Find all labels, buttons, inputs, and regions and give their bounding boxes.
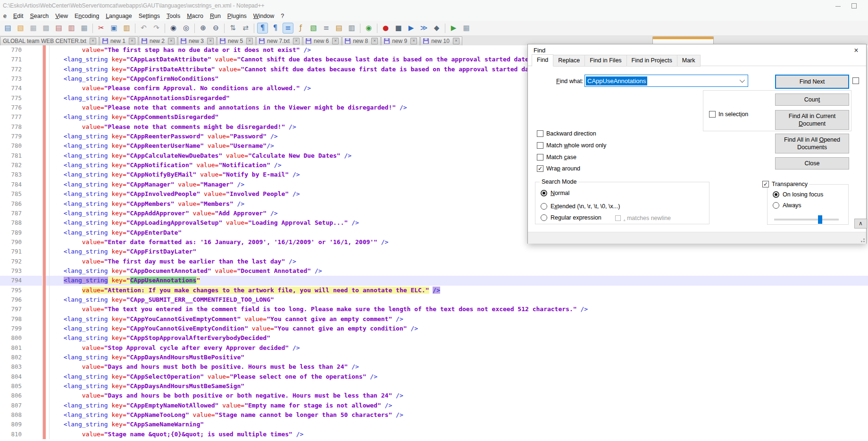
search-mode-radio-normal[interactable]: Normal	[541, 190, 569, 196]
editor-line-810[interactable]: 810 value="Stage name &quot;{0}&quot; is…	[0, 430, 868, 439]
search-mode-radio-extended[interactable]: Extended (\n, \r, \t, \0, \x...)	[541, 203, 620, 210]
find-all-opened-documents-button[interactable]: Find All in All OpenedDocuments	[775, 134, 849, 153]
menu-item-macro[interactable]: Macro	[184, 12, 207, 20]
close-all-documents-icon[interactable]: ▥	[66, 23, 77, 34]
fold-margin[interactable]	[46, 209, 56, 218]
playback-macro-icon[interactable]: ▶	[406, 23, 417, 34]
transparency-radio-always[interactable]: Always	[773, 202, 801, 209]
bookmark-margin[interactable]	[24, 103, 43, 112]
sync-horizontal-scroll-icon[interactable]: ⇄	[240, 23, 251, 34]
bookmark-margin[interactable]	[24, 295, 43, 305]
code-text[interactable]: value="The text you entered in the comme…	[56, 305, 868, 314]
transparency-radio-on-losing-focus[interactable]: On losing focus	[773, 191, 823, 198]
bookmark-margin[interactable]	[24, 209, 43, 218]
tab-close-icon[interactable]: ×	[293, 38, 300, 44]
copy-icon[interactable]: ▣	[108, 23, 119, 34]
tab-new-3[interactable]: new 3×	[178, 36, 217, 45]
editor-line-801[interactable]: 801 value="Stop Approval cycle after eve…	[0, 343, 868, 353]
code-text[interactable]: <lang_string key="CAppFirstDayLater"	[56, 247, 868, 256]
cut-icon[interactable]: ✂	[96, 23, 107, 34]
code-text[interactable]: value="Stop Approval cycle after every A…	[56, 343, 868, 353]
code-text[interactable]: <lang_string key="CAppNameTooLong" value…	[56, 410, 868, 420]
editor-line-799[interactable]: 799 <lang_string key="CAppYouCannotGiveE…	[0, 324, 868, 333]
tab-close-icon[interactable]: ×	[453, 38, 459, 44]
fold-margin[interactable]	[46, 199, 56, 209]
fold-margin[interactable]	[46, 122, 56, 132]
tab-close-icon[interactable]: ×	[90, 38, 96, 44]
code-text[interactable]: <lang_string key="CApp_SUBMIT_ERR__COMME…	[56, 295, 868, 305]
bookmark-margin[interactable]	[24, 430, 43, 439]
bookmark-margin[interactable]	[24, 353, 43, 362]
tab-new-8[interactable]: new 8×	[342, 36, 381, 45]
option-checkbox-match-case[interactable]: Match case	[537, 154, 576, 161]
dialog-tab-mark[interactable]: Mark	[677, 55, 701, 67]
menu-item-[interactable]: ?	[277, 12, 287, 20]
fold-margin[interactable]	[46, 74, 56, 84]
editor-line-804[interactable]: 804 <lang_string key="CAppSelectOperatio…	[0, 372, 868, 382]
fold-margin[interactable]	[46, 228, 56, 237]
fold-margin[interactable]	[46, 247, 56, 256]
fold-margin[interactable]	[46, 372, 56, 382]
fold-margin[interactable]	[46, 257, 56, 266]
function-list-icon[interactable]: ƒ	[295, 23, 306, 34]
tab-close-icon[interactable]: ×	[246, 38, 253, 44]
new-file-icon[interactable]: ▤	[2, 23, 13, 34]
fold-margin[interactable]	[46, 93, 56, 103]
transparency-slider[interactable]	[774, 215, 839, 224]
editor-line-791[interactable]: 791 <lang_string key="CAppFirstDayLater"	[0, 247, 868, 256]
dialog-tab-find-in-files[interactable]: Find in Files	[585, 55, 626, 67]
editor-line-798[interactable]: 798 <lang_string key="CAppYouCannotGiveE…	[0, 314, 868, 324]
fold-margin[interactable]	[46, 305, 56, 314]
editor-line-807[interactable]: 807 <lang_string key="CAppEmptyNameNotAl…	[0, 401, 868, 410]
bookmark-margin[interactable]	[24, 74, 43, 84]
tab-close-icon[interactable]: ×	[410, 38, 417, 44]
bookmark-margin[interactable]	[24, 391, 43, 400]
fold-margin[interactable]	[46, 151, 56, 161]
bookmark-margin[interactable]	[24, 228, 43, 237]
code-text[interactable]: <lang_string key="CAppDaysAndHoursMustBe…	[56, 382, 868, 391]
replace-icon[interactable]: ◎	[181, 23, 192, 34]
fold-margin[interactable]	[46, 84, 56, 93]
bookmark-margin[interactable]	[24, 180, 43, 189]
fold-margin[interactable]	[46, 295, 56, 305]
minimize-button[interactable]	[831, 0, 845, 11]
close-icon[interactable]: ×	[851, 46, 862, 55]
bookmark-margin[interactable]	[24, 151, 43, 161]
search-mode-radio-regular[interactable]: Regular expression	[541, 214, 601, 221]
option-checkbox-backward-direction[interactable]: Backward direction	[537, 130, 596, 137]
tab-new-6[interactable]: new 6×	[303, 36, 342, 45]
menu-item-encoding[interactable]: Encoding	[71, 12, 102, 20]
code-text[interactable]: value="Days and hours must both be posit…	[56, 362, 868, 372]
zoom-in-icon[interactable]: ⊕	[198, 23, 209, 34]
tab-close-icon[interactable]: ×	[371, 38, 378, 44]
fold-margin[interactable]	[46, 324, 56, 333]
print-icon[interactable]: ▦	[79, 23, 90, 34]
code-text[interactable]: <lang_string key="CAppYouCannotGiveEmpty…	[56, 314, 868, 324]
monitoring-icon[interactable]: ◉	[363, 23, 374, 34]
in-selection-checkbox[interactable]: In selection	[709, 111, 748, 118]
code-text[interactable]: <lang_string key="CAppSameNameWarning"	[56, 420, 868, 429]
option-checkbox-match-whole-word-only[interactable]: Match whole word only	[537, 142, 606, 149]
find-all-current-document-button[interactable]: Find All in CurrentDocument	[775, 110, 849, 130]
bookmark-margin[interactable]	[24, 410, 43, 420]
tab-close-icon[interactable]: ×	[207, 38, 214, 44]
fold-margin[interactable]	[46, 45, 56, 55]
fold-margin[interactable]	[46, 343, 56, 353]
fold-margin[interactable]	[46, 112, 56, 122]
bookmark-margin[interactable]	[24, 112, 43, 122]
bookmark-margin[interactable]	[24, 189, 43, 199]
sync-vertical-scroll-icon[interactable]: ⇅	[227, 23, 238, 34]
code-text[interactable]: <lang_string key="CAppStopApprovalAfterE…	[56, 333, 868, 343]
swap-buttons-checkbox[interactable]	[852, 77, 862, 84]
tab-new-10[interactable]: new 10×	[420, 36, 462, 45]
bookmark-margin[interactable]	[24, 401, 43, 410]
slider-thumb[interactable]	[818, 215, 822, 224]
bookmark-margin[interactable]	[24, 362, 43, 372]
fold-margin[interactable]	[46, 382, 56, 391]
bookmark-margin[interactable]	[24, 199, 43, 209]
bookmark-margin[interactable]	[24, 266, 43, 276]
close-document-icon[interactable]: ▤	[53, 23, 64, 34]
fold-margin[interactable]	[46, 161, 56, 170]
bookmark-margin[interactable]	[24, 237, 43, 247]
menu-item-run[interactable]: Run	[207, 12, 224, 20]
